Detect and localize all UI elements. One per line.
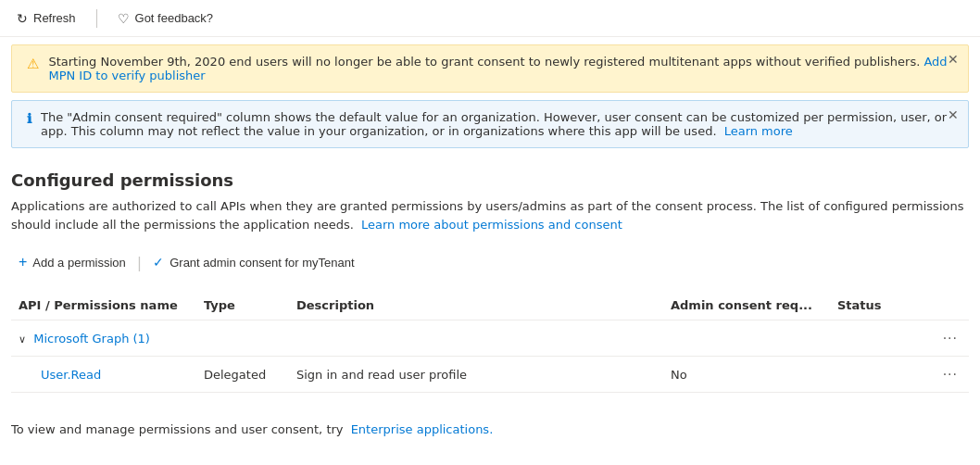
toolbar-divider (96, 9, 97, 28)
header-admin-consent: Admin consent req... (663, 291, 830, 320)
refresh-icon: ↻ (17, 11, 28, 26)
permission-desc-cell: Sign in and read user profile (289, 357, 663, 393)
feedback-icon: ♡ (118, 11, 130, 26)
info-banner: ℹ The "Admin consent required" column sh… (11, 100, 969, 148)
info-icon: ℹ (27, 111, 31, 127)
group-desc-cell (289, 320, 663, 357)
header-actions (923, 291, 969, 320)
section-title: Configured permissions (11, 170, 969, 190)
add-permission-label: Add a permission (32, 256, 125, 270)
add-permission-button[interactable]: + Add a permission (11, 248, 133, 276)
header-status: Status (830, 291, 923, 320)
warning-banner-close[interactable]: ✕ (948, 53, 959, 66)
info-banner-close[interactable]: ✕ (948, 108, 959, 121)
permission-ellipsis-button[interactable]: ··· (939, 364, 961, 384)
group-type-cell (196, 320, 289, 357)
section-description: Applications are authorized to call APIs… (11, 197, 969, 233)
feedback-label: Got feedback? (135, 11, 214, 25)
ms-graph-link[interactable]: Microsoft Graph (1) (33, 332, 150, 346)
refresh-label: Refresh (33, 11, 76, 25)
permission-status-cell (830, 357, 923, 393)
refresh-button[interactable]: ↻ Refresh (11, 7, 82, 30)
permission-actions-cell: ··· (923, 357, 969, 393)
learn-more-permissions-link[interactable]: Learn more about permissions and consent (361, 218, 622, 232)
learn-more-link-banner[interactable]: Learn more (724, 124, 793, 138)
table-row: User.Read Delegated Sign in and read use… (11, 357, 969, 393)
check-icon: ✓ (153, 255, 164, 270)
feedback-button[interactable]: ♡ Got feedback? (112, 7, 220, 30)
permission-admin-cell: No (663, 357, 830, 393)
grant-consent-label: Grant admin consent for myTenant (170, 256, 354, 270)
permission-name-cell: User.Read (11, 357, 196, 393)
footer: To view and manage permissions and user … (0, 408, 980, 451)
warning-banner: ⚠ Starting November 9th, 2020 end users … (11, 44, 969, 93)
group-status-cell (830, 320, 923, 357)
group-admin-cell (663, 320, 830, 357)
permissions-table: API / Permissions name Type Description … (11, 291, 969, 393)
warning-message: Starting November 9th, 2020 end users wi… (48, 55, 920, 69)
group-name-cell: ∨ Microsoft Graph (1) (11, 320, 196, 357)
group-ellipsis-button[interactable]: ··· (939, 328, 961, 348)
add-icon: + (19, 254, 27, 270)
user-read-link[interactable]: User.Read (19, 368, 101, 382)
enterprise-applications-link[interactable]: Enterprise applications. (351, 422, 494, 436)
warning-text: Starting November 9th, 2020 end users wi… (48, 55, 953, 82)
chevron-down-icon: ∨ (19, 333, 26, 346)
table-header-row: API / Permissions name Type Description … (11, 291, 969, 320)
header-description: Description (289, 291, 663, 320)
footer-text: To view and manage permissions and user … (11, 422, 344, 436)
info-message: The "Admin consent required" column show… (41, 110, 947, 138)
header-type: Type (196, 291, 289, 320)
main-content: Configured permissions Applications are … (0, 156, 980, 408)
group-actions-cell: ··· (923, 320, 969, 357)
table-row: ∨ Microsoft Graph (1) ··· (11, 320, 969, 357)
header-api-name: API / Permissions name (11, 291, 196, 320)
actions-row: + Add a permission | ✓ Grant admin conse… (11, 248, 969, 276)
permission-type-cell: Delegated (196, 357, 289, 393)
warning-icon: ⚠ (27, 56, 39, 72)
grant-consent-button[interactable]: ✓ Grant admin consent for myTenant (145, 249, 361, 275)
toolbar: ↻ Refresh ♡ Got feedback? (0, 0, 980, 37)
info-text: The "Admin consent required" column show… (41, 110, 953, 138)
actions-divider: | (137, 254, 142, 271)
